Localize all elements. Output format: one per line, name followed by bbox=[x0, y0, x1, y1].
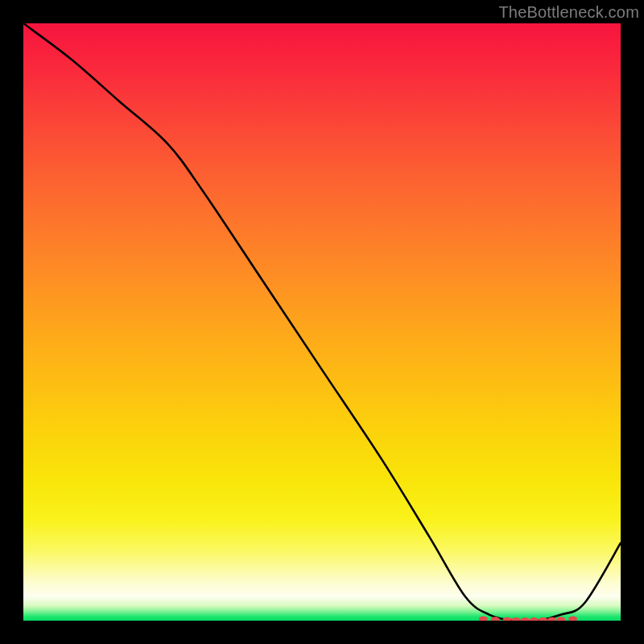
plot-area bbox=[23, 23, 621, 621]
optimal-range-marker bbox=[503, 617, 512, 621]
bottleneck-line bbox=[23, 23, 621, 621]
watermark-text: TheBottleneck.com bbox=[498, 3, 639, 22]
optimal-range-marker bbox=[479, 617, 488, 621]
optimal-range-marker bbox=[547, 617, 556, 621]
optimal-range-marker bbox=[521, 617, 530, 621]
optimal-range-marker bbox=[556, 617, 565, 621]
optimal-range-marker bbox=[530, 617, 539, 621]
bottleneck-curve bbox=[23, 23, 621, 621]
chart-frame: TheBottleneck.com bbox=[0, 0, 644, 644]
optimal-range-marker bbox=[512, 617, 521, 621]
optimal-range-marker bbox=[568, 617, 577, 621]
optimal-range-marker bbox=[491, 617, 500, 621]
optimal-range-marker bbox=[539, 617, 547, 621]
